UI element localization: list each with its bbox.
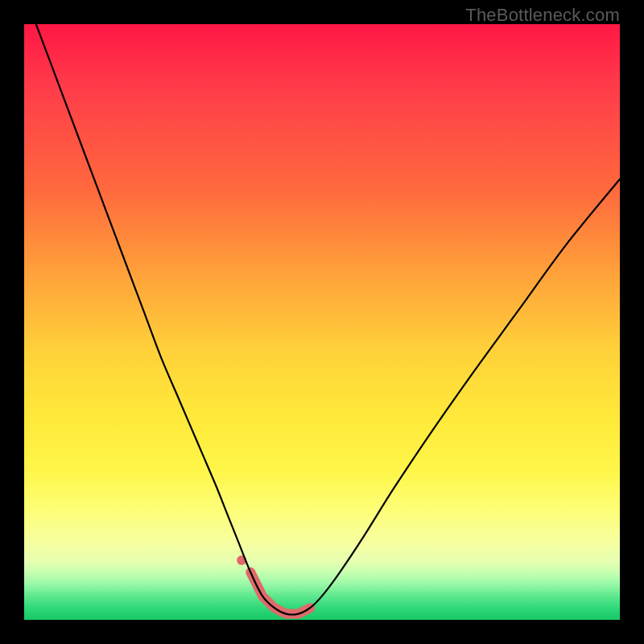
bottleneck-curve xyxy=(36,24,620,615)
valley-highlight xyxy=(250,572,310,614)
curve-layer xyxy=(24,24,620,620)
chart-frame: TheBottleneck.com xyxy=(0,0,644,644)
watermark-text: TheBottleneck.com xyxy=(465,5,620,26)
plot-area xyxy=(24,24,620,620)
